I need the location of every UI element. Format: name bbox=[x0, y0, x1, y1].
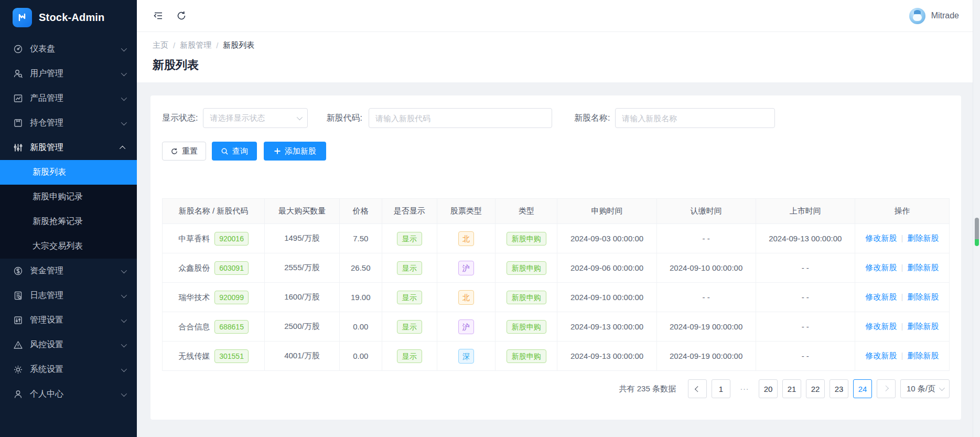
breadcrumb-new-stock-mgmt[interactable]: 新股管理 bbox=[180, 40, 211, 50]
chevron-down-icon bbox=[121, 341, 127, 347]
pay-time-cell: 2024-09-10 00:00:00 bbox=[656, 253, 756, 283]
page-size-select[interactable]: 10 条/页 bbox=[900, 379, 950, 398]
submenu-item-subscription-records[interactable]: 新股申购记录 bbox=[0, 185, 137, 209]
user-name[interactable]: Mitrade bbox=[931, 11, 959, 20]
col-actions: 操作 bbox=[855, 199, 949, 224]
submenu-item-rush-records[interactable]: 新股抢筹记录 bbox=[0, 209, 137, 234]
search-button[interactable]: 查询 bbox=[212, 142, 257, 161]
breadcrumb-home[interactable]: 主页 bbox=[153, 40, 168, 50]
edit-stock-link[interactable]: 修改新股 bbox=[865, 233, 897, 242]
col-apply-time: 申购时间 bbox=[557, 199, 656, 224]
sidebar-item-products[interactable]: 产品管理 bbox=[0, 86, 137, 111]
chevron-down-icon bbox=[121, 45, 127, 51]
main-area: Mitrade 主页 / 新股管理 / 新股列表 新股列表 显示状态: 请选择显… bbox=[137, 0, 980, 437]
sidebar-item-dashboard[interactable]: 仪表盘 bbox=[0, 37, 137, 61]
users-icon bbox=[13, 69, 23, 79]
refresh-icon[interactable] bbox=[176, 10, 187, 22]
stock-code-tag: 920099 bbox=[214, 291, 249, 304]
market-tag: 深 bbox=[458, 349, 474, 364]
price-cell: 26.50 bbox=[339, 253, 382, 283]
reset-button[interactable]: 重置 bbox=[162, 142, 206, 161]
table-row: 中草香料920016 1495/万股 7.50 显示 北 新股申购 2024-0… bbox=[163, 224, 950, 253]
visible-tag: 显示 bbox=[397, 320, 422, 334]
list-time-cell: - - bbox=[756, 342, 855, 371]
breadcrumb: 主页 / 新股管理 / 新股列表 bbox=[153, 40, 980, 50]
vertical-scrollbar[interactable] bbox=[973, 0, 980, 437]
page-title: 新股列表 bbox=[153, 57, 980, 73]
chevron-down-icon bbox=[297, 114, 303, 120]
submenu-item-new-stock-list[interactable]: 新股列表 bbox=[0, 160, 137, 185]
edit-stock-link[interactable]: 修改新股 bbox=[865, 322, 897, 331]
chevron-down-icon bbox=[121, 119, 127, 125]
edit-stock-link[interactable]: 修改新股 bbox=[865, 351, 897, 360]
prev-page-button[interactable] bbox=[688, 379, 707, 398]
page-button-23[interactable]: 23 bbox=[830, 379, 848, 398]
max-buy-cell: 1495/万股 bbox=[265, 224, 340, 253]
sidebar-item-system-settings[interactable]: 系统设置 bbox=[0, 357, 137, 382]
delete-stock-link[interactable]: 删除新股 bbox=[907, 263, 939, 272]
sidebar-menu: 仪表盘 用户管理 产品管理 持仓管理 新股管理 bbox=[0, 35, 137, 407]
stock-name: 合合信息 bbox=[178, 322, 210, 331]
col-visible: 是否显示 bbox=[382, 199, 437, 224]
stock-code-tag: 603091 bbox=[214, 261, 249, 275]
status-select[interactable]: 请选择显示状态 bbox=[203, 108, 308, 128]
code-input[interactable] bbox=[369, 108, 552, 128]
pagination: 共有 235 条数据 1 ··· 20 21 22 23 24 10 条/页 bbox=[162, 379, 950, 398]
sidebar-item-positions[interactable]: 持仓管理 bbox=[0, 111, 137, 135]
app-title: Stock-Admin bbox=[39, 12, 105, 24]
chevron-down-icon bbox=[939, 385, 945, 391]
code-filter-label: 新股代码: bbox=[326, 113, 362, 124]
stock-name: 中草香料 bbox=[178, 234, 210, 243]
sidebar-item-logs[interactable]: 日志管理 bbox=[0, 283, 137, 308]
next-page-button[interactable] bbox=[877, 379, 896, 398]
list-time-cell: - - bbox=[756, 312, 855, 342]
list-time-cell: - - bbox=[756, 253, 855, 283]
col-type: 类型 bbox=[495, 199, 557, 224]
market-tag: 北 bbox=[458, 290, 474, 305]
col-pay-time: 认缴时间 bbox=[656, 199, 756, 224]
price-cell: 19.00 bbox=[339, 283, 382, 312]
scrollbar-thumb-tip bbox=[975, 239, 979, 246]
delete-stock-link[interactable]: 删除新股 bbox=[907, 351, 939, 360]
user-avatar[interactable] bbox=[909, 8, 925, 24]
price-cell: 7.50 bbox=[339, 224, 382, 253]
visible-tag: 显示 bbox=[397, 349, 422, 363]
name-input[interactable] bbox=[615, 108, 775, 128]
page-button-1[interactable]: 1 bbox=[712, 379, 730, 398]
pagination-ellipsis[interactable]: ··· bbox=[735, 385, 754, 393]
sidebar-item-profile[interactable]: 个人中心 bbox=[0, 382, 137, 407]
delete-stock-link[interactable]: 删除新股 bbox=[907, 292, 939, 301]
page-button-21[interactable]: 21 bbox=[782, 379, 801, 398]
status-filter-label: 显示状态: bbox=[162, 113, 198, 124]
sidebar-item-funds[interactable]: 资金管理 bbox=[0, 259, 137, 283]
page-button-24-active[interactable]: 24 bbox=[853, 379, 872, 398]
stock-code-tag: 688615 bbox=[214, 320, 249, 334]
edit-stock-link[interactable]: 修改新股 bbox=[865, 263, 897, 272]
risk-warning-icon bbox=[13, 340, 23, 350]
app-root: Stock-Admin 仪表盘 用户管理 产品管理 持仓管理 bbox=[0, 0, 980, 437]
app-logo-icon bbox=[13, 8, 32, 27]
add-new-stock-button[interactable]: 添加新股 bbox=[264, 142, 326, 161]
col-name-code: 新股名称 / 新股代码 bbox=[163, 199, 265, 224]
sidebar-item-users[interactable]: 用户管理 bbox=[0, 61, 137, 86]
edit-stock-link[interactable]: 修改新股 bbox=[865, 292, 897, 301]
table-row: 合合信息688615 2500/万股 0.00 显示 沪 新股申购 2024-0… bbox=[163, 312, 950, 342]
page-button-22[interactable]: 22 bbox=[806, 379, 825, 398]
action-buttons: 重置 查询 添加新股 bbox=[162, 142, 950, 161]
stock-name: 瑞华技术 bbox=[178, 293, 210, 302]
table-row: 众鑫股份603091 2555/万股 26.50 显示 沪 新股申购 2024-… bbox=[163, 253, 950, 283]
search-icon bbox=[221, 147, 229, 155]
sidebar-item-admin-settings[interactable]: 管理设置 bbox=[0, 308, 137, 333]
delete-stock-link[interactable]: 删除新股 bbox=[907, 233, 939, 242]
collapse-sidebar-icon[interactable] bbox=[153, 10, 164, 22]
scrollbar-thumb[interactable] bbox=[975, 218, 979, 241]
funds-dollar-icon bbox=[13, 266, 23, 276]
apply-time-cell: 2024-09-13 00:00:00 bbox=[557, 312, 656, 342]
max-buy-cell: 2555/万股 bbox=[265, 253, 340, 283]
submenu-item-block-trade-list[interactable]: 大宗交易列表 bbox=[0, 234, 137, 259]
delete-stock-link[interactable]: 删除新股 bbox=[907, 322, 939, 331]
sidebar-item-new-stock[interactable]: 新股管理 bbox=[0, 135, 137, 160]
page-button-20[interactable]: 20 bbox=[759, 379, 778, 398]
sidebar-item-risk-settings[interactable]: 风控设置 bbox=[0, 333, 137, 357]
pay-time-cell: 2024-09-19 00:00:00 bbox=[656, 312, 756, 342]
